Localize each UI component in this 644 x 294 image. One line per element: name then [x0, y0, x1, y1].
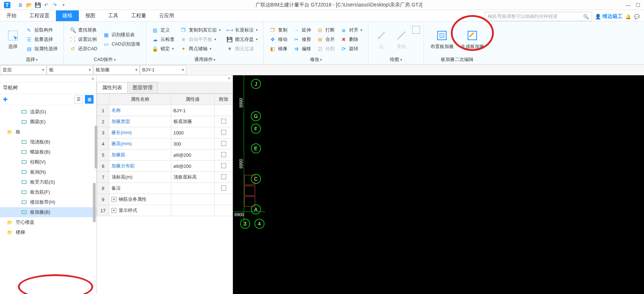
ribbon-group-draw-label[interactable]: 绘图 [372, 55, 420, 63]
attr-extra-cell[interactable] [215, 138, 233, 150]
ribbon-group-cad-label[interactable]: CAD操作 [67, 55, 142, 63]
attr-name-link[interactable]: 加腋筋 [111, 152, 125, 157]
attr-row[interactable]: 9+钢筋业务属性 [97, 194, 233, 205]
nav-tree-item[interactable]: 板受力筋(S) [0, 177, 96, 187]
attr-name-cell[interactable]: 腋高(mm) [109, 138, 171, 150]
generate-haunch-button[interactable]: 生成板加腋 [458, 24, 487, 55]
attr-extra-cell[interactable] [215, 205, 233, 216]
nav-add-icon[interactable]: ✚ [3, 96, 8, 103]
offset-button[interactable]: ⇉偏移 [291, 45, 313, 53]
rect-icon[interactable] [412, 26, 420, 34]
user-badge[interactable]: 👤 维达箱工 [595, 13, 622, 20]
attr-value-cell[interactable]: 板底加腋 [171, 116, 214, 127]
batch-select-button[interactable]: ☰批量选择 [24, 35, 60, 43]
nav-scrollbar[interactable] [93, 183, 96, 222]
checkbox-icon[interactable] [221, 141, 226, 146]
restore-cad-button[interactable]: ↺还原CAD [67, 45, 99, 53]
qat-save-icon[interactable]: 💾 [34, 2, 41, 8]
attr-row[interactable]: 1名称BJY-1 [97, 105, 233, 116]
nav-close-icon[interactable]: × [91, 76, 94, 81]
drawing-canvas[interactable]: J G F E C A 3 4 8990 8990 8900 [233, 75, 644, 294]
nav-tree-item[interactable]: 📁板 [0, 127, 96, 137]
menu-tools[interactable]: 工具 [102, 10, 125, 21]
attr-row[interactable]: 17+显示样式 [97, 205, 233, 216]
save-elements-button[interactable]: 💾图元存盘 [224, 35, 260, 43]
attr-extra-cell[interactable] [215, 161, 233, 172]
attr-name-cell[interactable]: 加腋类型 [109, 116, 171, 127]
nav-list-view-button[interactable]: ☰ [74, 95, 83, 104]
set-scale-button[interactable]: ⛶设置比例 [67, 35, 99, 43]
qat-more-icon[interactable]: ▾ [60, 2, 67, 8]
attr-extra-cell[interactable] [215, 127, 233, 138]
checkbox-icon[interactable] [221, 185, 226, 190]
nav-tree-item[interactable]: 柱帽(V) [0, 157, 96, 167]
attr-name-link[interactable]: 加腋类型 [111, 119, 130, 124]
nav-tree-item[interactable]: 楼层板带(H) [0, 197, 96, 207]
nav-tree-item[interactable]: 圈梁(E) [0, 117, 96, 127]
ribbon-group-modify-label[interactable]: 修改 [267, 55, 364, 63]
attr-value-cell[interactable]: 顶板底标高 [171, 172, 214, 183]
attr-row[interactable]: 5加腋筋⌀8@200 [97, 150, 233, 161]
attr-value-cell[interactable] [171, 194, 214, 205]
menu-project-settings[interactable]: 工程设置 [23, 10, 56, 21]
merge-button[interactable]: ⊞合并 [315, 35, 337, 43]
menu-quantity[interactable]: 工程量 [125, 10, 153, 21]
tab-attributes[interactable]: 属性列表 [97, 82, 128, 93]
qat-open-icon[interactable]: 📂 [26, 2, 32, 8]
attr-name-cell[interactable]: 名称 [109, 105, 171, 116]
attr-extra-cell[interactable] [215, 183, 233, 194]
checkbox-icon[interactable] [221, 119, 226, 124]
attr-row[interactable]: 6加腋分布筋⌀8@200 [97, 161, 233, 172]
nav-thumb-view-button[interactable]: ▦ [85, 95, 94, 104]
nav-tree-item[interactable]: 板负筋(F) [0, 187, 96, 197]
attr-value-cell[interactable]: BJY-1 [171, 105, 214, 116]
nav-tree-item[interactable]: 板加腋(B) [0, 207, 96, 217]
point-button[interactable]: 点 [372, 24, 391, 55]
attr-extra-cell[interactable] [215, 172, 233, 183]
select-by-attr-button[interactable]: ▤按属性选择 [24, 45, 60, 53]
extend-button[interactable]: →延伸 [291, 26, 313, 34]
attr-row[interactable]: 2加腋类型板底加腋 [97, 116, 233, 127]
cloud-check-button[interactable]: ☁云检查 [150, 35, 177, 43]
nav-tree-item[interactable]: 板洞(N) [0, 167, 96, 177]
attr-value-cell[interactable]: 1000 [171, 127, 214, 138]
attr-name-link[interactable]: 加腋分布筋 [111, 163, 135, 169]
floor-combo[interactable]: 首层▾ [0, 65, 47, 75]
nav-tree-item[interactable]: 📁楼梯 [0, 227, 96, 237]
menu-view[interactable]: 视图 [79, 10, 102, 21]
nav-tree-item[interactable]: 现浇板(B) [0, 137, 96, 147]
attr-name-cell[interactable]: +钢筋业务属性 [109, 194, 171, 205]
checkbox-icon[interactable] [221, 130, 226, 135]
attr-value-cell[interactable] [171, 205, 214, 216]
delete-button[interactable]: ✖删除 [338, 35, 364, 43]
place-haunch-button[interactable]: 布置板加腋 [428, 24, 457, 55]
line-button[interactable]: 直线 [392, 24, 411, 55]
select-button[interactable]: 选择 [4, 24, 22, 55]
nav-tree-item[interactable]: 螺旋板(B) [0, 147, 96, 157]
ribbon-group-general-label[interactable]: 通用操作 [150, 55, 260, 63]
trim-button[interactable]: ✂修剪 [291, 35, 313, 43]
cad-options-button[interactable]: ▭CAD识别选项 [101, 40, 142, 48]
attr-value-cell[interactable]: ⌀8@200 [171, 150, 214, 161]
attr-row[interactable]: 4腋高(mm)300 [97, 138, 233, 150]
ribbon-group-select-label[interactable]: 选择 [4, 55, 60, 63]
qat-undo-icon[interactable]: ↶ [43, 2, 49, 8]
copy-button[interactable]: ❐复制 [267, 26, 290, 34]
menu-modeling[interactable]: 建模 [56, 10, 79, 21]
attr-close-icon[interactable]: × [228, 76, 230, 81]
attr-row[interactable]: 3腋长(mm)1000 [97, 127, 233, 138]
qat-new-icon[interactable]: 🗎 [17, 2, 24, 8]
mirror-button[interactable]: ◧镜像 [267, 45, 290, 53]
attr-value-cell[interactable]: ⌀8@200 [171, 161, 214, 172]
qat-redo-icon[interactable]: ↷ [52, 2, 58, 8]
align-button[interactable]: ≣对齐 [338, 26, 364, 34]
instance-combo[interactable]: BJY-1▾ [140, 65, 186, 75]
maximize-button[interactable]: ☐ [636, 2, 640, 8]
attr-extra-cell[interactable] [215, 105, 233, 116]
attr-name-link[interactable]: 腋高(mm) [111, 141, 132, 146]
lock-button[interactable]: 🔒锁定 [150, 45, 177, 53]
attr-value-cell[interactable] [171, 183, 214, 194]
rotate-button[interactable]: ⟳旋转 [338, 45, 364, 53]
attr-extra-cell[interactable] [215, 194, 233, 205]
checkbox-icon[interactable] [221, 174, 226, 179]
